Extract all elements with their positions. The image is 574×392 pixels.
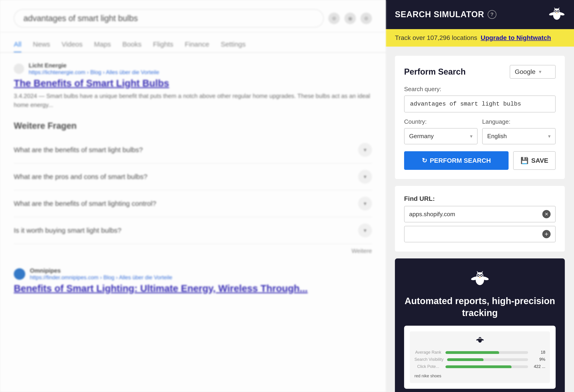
simulator-header: SEARCH SIMULATOR ? [386,0,574,29]
faq-text-0: What are the benefits of smart light bul… [14,146,143,154]
save-icon: 💾 [520,157,529,164]
result-title-1: The Benefits of Smart Light Bulbs [14,78,372,89]
faq-item-3: Is it worth buying smart light bulbs? ▾ [14,217,372,244]
url-add-icon[interactable]: + [542,230,551,238]
ad-stats-row-2: Click Pote... 422 ... [414,364,545,369]
search-bar-area: advantages of smart light bulbs ⊕ ◉ ⊕ [0,0,386,32]
result-source-name-2: Omnipipes [30,267,172,274]
faq-expand-2: ▾ [358,197,372,211]
tab-all: All [14,37,21,52]
result-favicon-2 [14,268,25,280]
url-input-1[interactable] [409,211,542,218]
result-source-name-1: Licht Energie [29,62,159,69]
upgrade-banner-text: Track over 107,296 locations [395,34,477,41]
faq-text-3: Is it worth buying smart light bulbs? [14,227,122,234]
search-tabs: All News Videos Maps Books Flights Finan… [0,32,386,53]
lens-icon: ◉ [344,13,356,24]
url-add-input[interactable] [409,231,542,238]
refresh-icon: ↻ [422,157,427,164]
tab-maps: Maps [94,37,111,52]
search-results-panel: advantages of smart light bulbs ⊕ ◉ ⊕ Al… [0,0,386,392]
simulator-panel: SEARCH SIMULATOR ? [386,0,574,392]
perform-search-button[interactable]: ↻ PERFORM SEARCH [404,151,509,170]
upgrade-link[interactable]: Upgrade to Nightwatch [481,34,551,41]
save-button-label: SAVE [531,157,548,164]
faq-more: Weitere [14,244,372,258]
ad-screenshot: Average Rank 18 Search Visibility 9% [404,326,556,389]
language-chevron: ▾ [548,133,551,139]
faq-item-2: What are the benefits of smart lighting … [14,190,372,217]
result-favicon-1 [14,64,24,74]
url-add-row: + [404,226,556,242]
faq-expand-0: ▾ [358,143,372,157]
result-url-2: https://finder.omnipipes.com › Blog › Al… [30,274,172,281]
mic-icon: ⊕ [328,13,340,24]
tab-flights: Flights [153,37,173,52]
tab-finance: Finance [185,37,209,52]
url-input-row-1: ✕ [404,206,556,222]
faq-expand-3: ▾ [358,224,372,237]
faq-expand-1: ▾ [358,170,372,184]
upgrade-banner: Track over 107,296 locations Upgrade to … [386,29,574,47]
country-label: Country: [404,118,478,125]
ad-banner: Automated reports, high-precision tracki… [395,258,565,392]
perform-search-section: Perform Search Google ▾ Search query: Co… [395,56,565,179]
ad-title: Automated reports, high-precision tracki… [404,295,556,319]
faq-text-2: What are the benefits of smart lighting … [14,200,156,207]
faq-text-1: What are the pros and cons of smart bulb… [14,173,147,181]
ad-stats-row-1: Search Visibility 9% [414,357,545,362]
simulator-title: SEARCH SIMULATOR [395,10,484,19]
results-content: Licht Energie https://lichtenergie.com ›… [0,53,386,315]
search-query-text: advantages of smart light bulbs [23,14,138,23]
ad-small-owl [414,336,545,345]
result-snippet-1: 3.4.2024 — Smart bulbs have a unique ben… [14,92,372,109]
result-url-1: https://lichtenergie.com › Blog › Alles … [29,69,159,76]
svg-point-29 [480,338,481,339]
engine-select[interactable]: Google ▾ [510,65,556,79]
help-icon[interactable]: ? [488,10,496,19]
country-value: Germany [409,133,434,140]
search-icon: ⊕ [360,13,372,24]
result-source-2: Omnipipes https://finder.omnipipes.com ›… [14,267,372,281]
save-button[interactable]: 💾 SAVE [513,151,556,170]
svg-point-18 [481,275,482,276]
faq-item-0: What are the benefits of smart light bul… [14,137,372,163]
owl-logo-icon [549,6,565,22]
country-chevron: ▾ [470,133,472,139]
ad-stats-row-0: Average Rank 18 [414,350,545,355]
country-select[interactable]: Germany ▾ [404,128,478,144]
search-query-label: Search query: [404,86,556,93]
fake-search-box: advantages of smart light bulbs [14,9,324,28]
ad-search-query: red nike shoes [414,374,545,378]
language-value: English [487,133,507,140]
simulator-body: Perform Search Google ▾ Search query: Co… [386,47,574,392]
ad-progress-2 [445,365,512,368]
language-label: Language: [482,118,556,125]
svg-point-28 [479,338,480,339]
search-query-input[interactable] [404,96,556,113]
faq-section-header: Weitere Fragen [14,121,372,131]
tab-news: News [33,37,50,52]
tab-videos: Videos [62,37,82,52]
ad-progress-0 [445,351,499,354]
result-source-1: Licht Energie https://lichtenergie.com ›… [14,62,372,76]
engine-label: Google [515,68,535,76]
engine-chevron: ▾ [539,69,541,75]
result-title-2: Benefits of Smart Lighting: Ultimate Ene… [14,283,372,294]
language-select[interactable]: English ▾ [482,128,556,144]
ad-owl-logo [404,270,556,289]
url-clear-icon[interactable]: ✕ [542,210,551,218]
find-url-section: Find URL: ✕ + [395,186,565,252]
ad-progress-1 [447,358,484,361]
faq-item-1: What are the pros and cons of smart bulb… [14,163,372,190]
svg-point-6 [555,11,556,12]
svg-point-17 [478,275,479,276]
result-item-2: Omnipipes https://finder.omnipipes.com ›… [14,267,372,294]
svg-point-7 [558,11,559,12]
tab-settings: Settings [221,37,246,52]
result-item-1: Licht Energie https://lichtenergie.com ›… [14,62,372,109]
find-url-label: Find URL: [404,195,556,202]
perform-button-label: PERFORM SEARCH [430,157,491,164]
tab-books: Books [122,37,142,52]
perform-search-title: Perform Search [404,67,466,77]
